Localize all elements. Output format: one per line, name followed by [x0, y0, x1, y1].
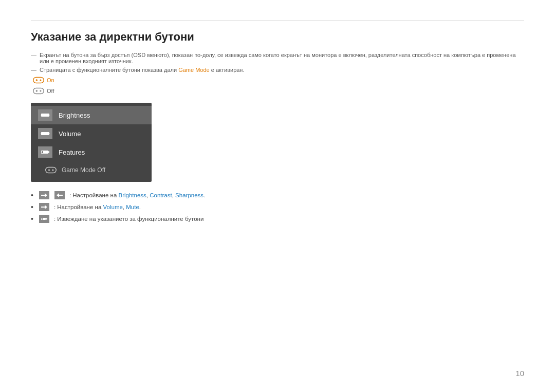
svg-rect-7 [36, 90, 38, 92]
osd-features-label: Features [59, 148, 85, 156]
top-rule [31, 21, 524, 21]
bullet-1-text: : Настройване на Brightness, Contrast, S… [69, 192, 205, 198]
game-mode-icon [45, 165, 57, 175]
bullet-2-text: : Настройване на Volume, Mute. [54, 204, 141, 210]
note-text-1: Екранът на бутона за бърз достъп (OSD ме… [40, 52, 524, 64]
svg-rect-26 [46, 218, 47, 220]
dash-2: — [31, 67, 36, 73]
features-icon [41, 148, 50, 156]
link-sharpness: Sharpness [175, 192, 203, 198]
svg-marker-23 [41, 205, 47, 209]
note-line-1: — Екранът на бутона за бърз достъп (OSD … [31, 52, 524, 64]
svg-rect-17 [46, 167, 56, 173]
svg-rect-20 [49, 169, 50, 171]
off-row: Off [33, 86, 524, 96]
controller-off-icon [33, 86, 44, 96]
bullet-item-3: • : Извеждане на указанието за функциона… [31, 215, 524, 223]
volume-icon [41, 130, 50, 137]
on-label: On [47, 77, 54, 83]
bullet-dot-1: • [31, 191, 33, 199]
bullet-dot-3: • [31, 215, 33, 223]
svg-point-18 [52, 169, 53, 171]
bullet-item-1: • : Настройване на Brightness, Contrast,… [31, 191, 524, 199]
svg-point-5 [40, 90, 41, 91]
dash-1: — [31, 52, 36, 58]
link-volume: Volume [103, 204, 123, 210]
controller-on-icon [33, 76, 44, 85]
off-label: Off [47, 88, 54, 94]
bullet-dot-2: • [31, 203, 33, 211]
osd-menu: Brightness Volume Features [31, 103, 152, 182]
btn-brightness-left [39, 191, 49, 199]
note-text-2: Страницата с функционалните бутони показ… [40, 67, 245, 73]
bullet-list: • : Настройване на Brightness, Contrast,… [31, 191, 524, 223]
osd-game-mode-label: Game Mode Off [62, 166, 105, 174]
osd-game-mode-row: Game Mode Off [31, 161, 152, 179]
page-container: Указание за директни бутони — Екранът на… [0, 0, 555, 244]
link-mute: Mute [126, 204, 139, 210]
svg-marker-21 [41, 193, 47, 197]
link-brightness: Brightness [119, 192, 146, 198]
game-mode-highlight: Game Mode [178, 67, 210, 73]
osd-item-features: Features [31, 143, 152, 161]
note-line-2: — Страницата с функционалните бутони пок… [31, 67, 524, 73]
btn-volume [39, 203, 49, 211]
osd-brightness-label: Brightness [59, 111, 90, 119]
page-number: 10 [515, 369, 524, 378]
brightness-icon-box [38, 109, 52, 121]
bullet-item-2: • : Настройване на Volume, Mute. [31, 203, 524, 211]
features-icon-box [38, 146, 52, 158]
svg-rect-0 [33, 78, 44, 83]
link-contrast: Contrast [150, 192, 172, 198]
osd-volume-label: Volume [59, 130, 81, 138]
svg-rect-16 [48, 151, 49, 153]
volume-icon-box [38, 128, 52, 139]
svg-rect-4 [33, 88, 44, 94]
brightness-icon [41, 111, 50, 119]
osd-item-brightness: Brightness [31, 106, 152, 124]
btn-features [39, 215, 49, 223]
svg-point-1 [40, 79, 41, 81]
on-row: On [33, 76, 524, 85]
svg-rect-3 [36, 79, 38, 81]
btn-brightness-right [54, 191, 65, 199]
bullet-3-text: : Извеждане на указанието за функционалн… [54, 216, 203, 222]
page-title: Указание за директни бутони [31, 30, 524, 44]
osd-item-volume: Volume [31, 124, 152, 143]
svg-marker-22 [57, 193, 63, 197]
